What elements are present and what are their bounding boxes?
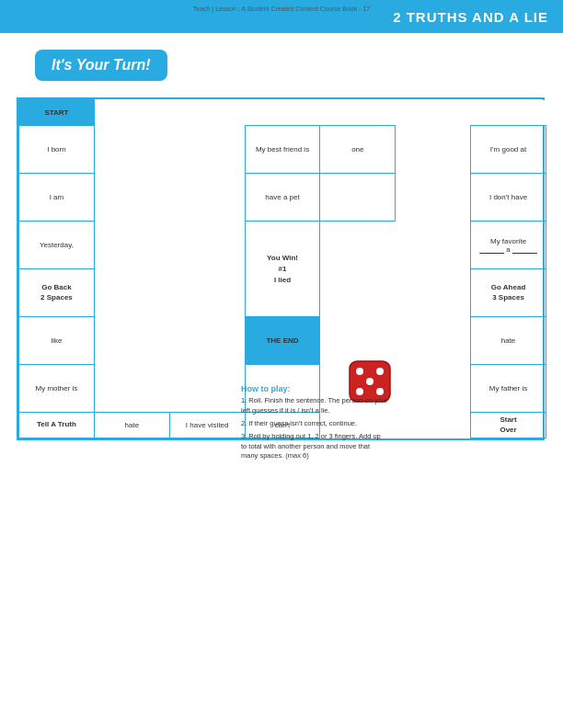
how-to-step-3: 3. Roll by holding out 1, 2 or 3 fingers…	[241, 432, 388, 462]
cell-r5-c1: like	[19, 317, 95, 365]
tell-truth-cell: Tell A Truth	[19, 413, 95, 438]
empty-cell	[396, 100, 471, 126]
cell-r6-c7: My father is	[471, 365, 546, 413]
cell-r1-c7: I'm good at	[471, 126, 546, 174]
cell-r3-c7: My favorite______ a ______	[471, 222, 546, 269]
how-to-step-2: 2. If their guess isn't correct, continu…	[241, 419, 388, 429]
board-row-1: I born My best friend is one I'm good at	[19, 126, 546, 174]
empty-cell	[396, 413, 471, 438]
cell-r5-c7: hate	[471, 317, 546, 365]
empty-cell	[396, 174, 471, 222]
board-row-5: like THE END hate	[19, 317, 546, 365]
board-row-2: I am have a pet I don't have	[19, 174, 546, 222]
empty-cell	[94, 365, 169, 413]
empty-cell	[396, 126, 471, 174]
empty-cell	[320, 317, 396, 365]
empty-cell	[169, 222, 245, 269]
win-cell: You Win!#1I lied	[245, 222, 320, 317]
empty-cell	[396, 222, 471, 269]
how-to-title: How to play:	[241, 384, 388, 393]
cell-end-c2: hate	[94, 413, 169, 438]
page-reference: Teach | Lesson : A Student Created Conte…	[0, 6, 563, 12]
how-to-play-section: How to play: 1. Roll. Finish the sentenc…	[241, 384, 388, 461]
cell-r6-c1: My mother is	[19, 365, 95, 413]
empty-cell	[245, 100, 320, 126]
cell-end-c3: I have visited	[169, 413, 245, 438]
empty-cell	[169, 317, 245, 365]
cell-r1-c4: My best friend is	[245, 126, 320, 174]
go-back-cell: Go Back2 Spaces	[19, 269, 95, 317]
start-cell: START	[19, 100, 95, 126]
empty-cell	[94, 222, 169, 269]
page: Teach | Lesson : A Student Created Conte…	[0, 0, 563, 728]
empty-cell	[320, 100, 396, 126]
empty-cell	[169, 126, 245, 174]
empty-cell	[471, 100, 546, 126]
your-turn-banner: It's Your Turn!	[35, 50, 167, 81]
empty-cell	[94, 126, 169, 174]
empty-cell	[320, 269, 396, 317]
how-to-step-1: 1. Roll. Finish the sentence. The person…	[241, 396, 388, 416]
empty-cell	[396, 317, 471, 365]
empty-cell	[169, 100, 245, 126]
cell-r3-c1: Yesterday,	[19, 222, 95, 269]
cell-r1-c1: I born	[19, 126, 95, 174]
cell-r2-c1: I am	[19, 174, 95, 222]
empty-cell	[94, 174, 169, 222]
the-end-cell: THE END	[245, 317, 320, 365]
empty-cell	[169, 269, 245, 317]
cell-r2-c4: have a pet	[245, 174, 320, 222]
empty-cell	[396, 365, 471, 413]
cell-r2-c5	[320, 174, 396, 222]
start-over-cell: StartOver	[471, 413, 546, 438]
your-turn-text: It's Your Turn!	[52, 57, 151, 73]
empty-cell	[94, 269, 169, 317]
svg-point-2	[376, 368, 384, 375]
empty-cell	[94, 317, 169, 365]
empty-cell	[396, 269, 471, 317]
empty-cell	[320, 222, 396, 269]
game-board: START I born My best friend is one I'm g…	[17, 97, 545, 440]
empty-cell	[169, 174, 245, 222]
board-start-row: START	[19, 100, 546, 126]
board-row-3: Yesterday, You Win!#1I lied My favorite_…	[19, 222, 546, 269]
go-ahead-cell: Go Ahead3 Spaces	[471, 269, 546, 317]
cell-r1-c5: one	[320, 126, 396, 174]
empty-cell	[94, 100, 169, 126]
svg-point-1	[356, 368, 363, 375]
cell-r2-c7: I don't have	[471, 174, 546, 222]
empty-cell	[169, 365, 245, 413]
